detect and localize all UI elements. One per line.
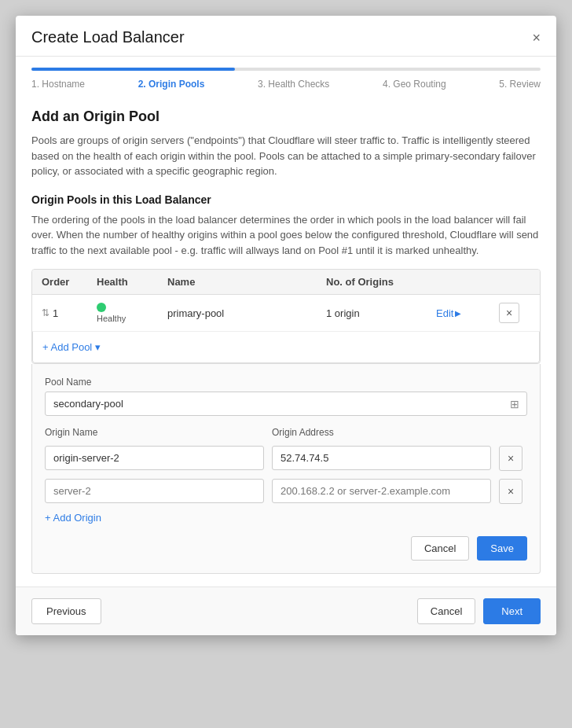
pool-name-icon: ⊞ — [510, 398, 519, 410]
pool-description: The ordering of the pools in the load ba… — [31, 212, 541, 259]
origin-address-input-1[interactable] — [272, 446, 491, 470]
origin-address-header: Origin Address — [272, 427, 491, 438]
section-title: Add an Origin Pool — [31, 108, 541, 125]
step-health-checks[interactable]: 3. Health Checks — [258, 79, 329, 90]
delete-origin-button-2[interactable]: × — [499, 479, 522, 504]
step-hostname[interactable]: 1. Hostname — [31, 79, 85, 90]
origin-row-1: × — [45, 446, 527, 471]
modal-footer: Previous Cancel Next — [16, 586, 556, 635]
pool-edit-cell: Edit ▶ — [436, 307, 499, 319]
step-geo-routing[interactable]: 4. Geo Routing — [383, 79, 446, 90]
col-edit — [436, 276, 499, 288]
health-label: Healthy — [97, 314, 126, 323]
add-origin-label: + Add Origin — [45, 512, 101, 524]
origin-row-2: × — [45, 479, 527, 504]
pool-name-input-wrapper: ⊞ — [45, 392, 527, 416]
pool-origins-cell: 1 origin — [326, 307, 436, 319]
origin-name-input-2[interactable] — [45, 479, 264, 503]
health-dot-icon — [97, 303, 106, 312]
progress-container: 1. Hostname 2. Origin Pools 3. Health Ch… — [16, 57, 556, 90]
pool-name-group: Pool Name ⊞ — [45, 377, 527, 416]
col-delete — [499, 276, 530, 288]
step-origin-pools[interactable]: 2. Origin Pools — [138, 79, 205, 90]
col-name: Name — [167, 276, 326, 288]
modal-container: Create Load Balancer × 1. Hostname 2. Or… — [16, 16, 556, 635]
progress-bar-fill — [31, 68, 235, 71]
footer-cancel-button[interactable]: Cancel — [417, 598, 475, 624]
pool-order-number: 1 — [53, 307, 58, 319]
modal-content: Add an Origin Pool Pools are groups of o… — [16, 93, 556, 586]
origin-address-input-2[interactable] — [272, 479, 491, 503]
add-origin-button[interactable]: + Add Origin — [45, 512, 101, 524]
footer-right: Cancel Next — [417, 598, 541, 624]
previous-button[interactable]: Previous — [31, 598, 101, 624]
col-origins: No. of Origins — [326, 276, 436, 288]
origin-name-header: Origin Name — [45, 427, 264, 438]
progress-steps: 1. Hostname 2. Origin Pools 3. Health Ch… — [31, 79, 541, 90]
table-row: ⇅ 1 Healthy primary-pool 1 origin Edit ▶… — [32, 295, 540, 332]
table-header: Order Health Name No. of Origins — [32, 270, 540, 295]
pool-form: Pool Name ⊞ Origin Name Origin Address × — [31, 364, 541, 574]
progress-bar-track — [31, 68, 541, 71]
edit-label: Edit — [436, 307, 453, 319]
pool-edit-link[interactable]: Edit ▶ — [436, 307, 499, 319]
pool-health-cell: Healthy — [97, 303, 167, 323]
pool-name-input[interactable] — [45, 392, 527, 416]
pool-delete-button[interactable]: × — [499, 303, 519, 323]
form-actions: Cancel Save — [45, 536, 527, 561]
close-button[interactable]: × — [532, 31, 541, 45]
pool-order-cell: ⇅ 1 — [42, 307, 97, 319]
delete-origin-button-1[interactable]: × — [499, 446, 522, 471]
modal-header: Create Load Balancer × — [16, 16, 556, 57]
modal-title: Create Load Balancer — [31, 28, 185, 46]
col-health: Health — [97, 276, 167, 288]
col-order: Order — [42, 276, 97, 288]
dropdown-arrow-icon: ▾ — [95, 341, 101, 353]
add-pool-label: + Add Pool — [42, 341, 92, 353]
pool-delete-cell: × — [499, 303, 530, 323]
form-save-button[interactable]: Save — [477, 536, 527, 561]
step-review[interactable]: 5. Review — [499, 79, 541, 90]
section-description: Pools are groups of origin servers ("end… — [31, 133, 541, 179]
next-button[interactable]: Next — [483, 598, 541, 624]
origin-headers: Origin Name Origin Address — [45, 427, 527, 442]
add-pool-container: + Add Pool ▾ — [32, 332, 540, 363]
subsection-title: Origin Pools in this Load Balancer — [31, 193, 541, 206]
order-arrows-icon: ⇅ — [42, 307, 50, 318]
pool-name-cell: primary-pool — [167, 307, 326, 319]
origin-name-input-1[interactable] — [45, 446, 264, 470]
pools-table: Order Health Name No. of Origins ⇅ 1 Hea… — [31, 269, 541, 364]
chevron-right-icon: ▶ — [455, 309, 461, 318]
add-pool-button[interactable]: + Add Pool ▾ — [42, 341, 101, 353]
form-cancel-button[interactable]: Cancel — [411, 536, 469, 561]
pool-name-label: Pool Name — [45, 377, 527, 388]
